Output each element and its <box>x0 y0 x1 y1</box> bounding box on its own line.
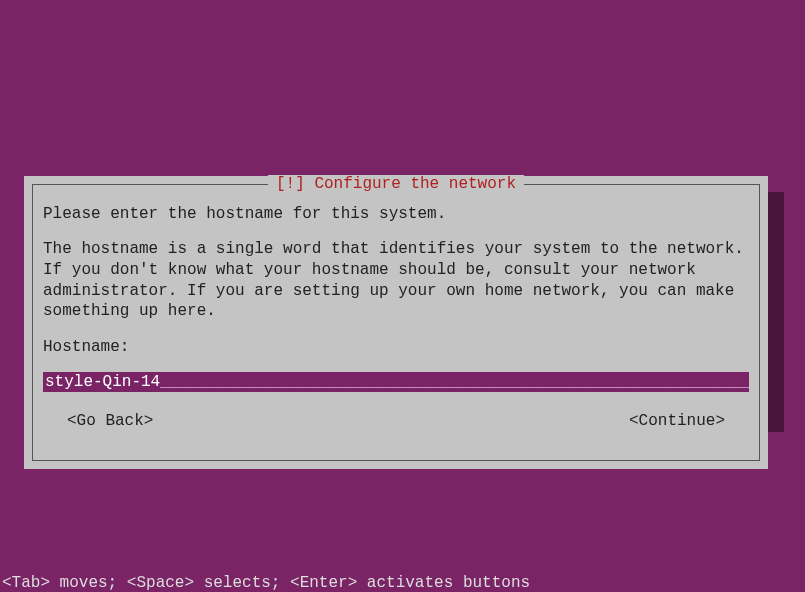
dialog-title: [!] Configure the network <box>268 175 524 193</box>
hostname-input[interactable]: style-Qin-14____________________________… <box>43 372 749 392</box>
configure-network-dialog: [!] Configure the network Please enter t… <box>24 176 768 469</box>
continue-button[interactable]: <Continue> <box>629 412 725 430</box>
prompt-text: Please enter the hostname for this syste… <box>43 205 749 223</box>
hostname-value: style-Qin-14 <box>45 373 160 391</box>
hostname-label: Hostname: <box>43 338 749 356</box>
button-row: <Go Back> <Continue> <box>43 412 749 430</box>
help-text: The hostname is a single word that ident… <box>43 239 749 322</box>
go-back-button[interactable]: <Go Back> <box>67 412 153 430</box>
input-underline-fill: ________________________________________… <box>160 373 749 391</box>
footer-keybindings: <Tab> moves; <Space> selects; <Enter> ac… <box>2 574 530 592</box>
dialog-frame: [!] Configure the network Please enter t… <box>32 184 760 461</box>
